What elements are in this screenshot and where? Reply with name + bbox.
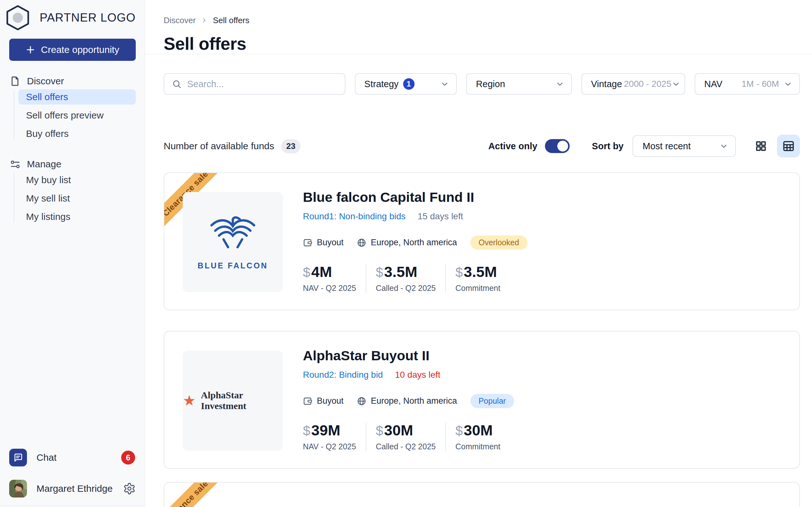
breadcrumb: Discover Sell offers: [164, 14, 800, 26]
chevron-down-icon: [719, 142, 728, 151]
fund-logo-tile: ★ AlphaStar Investment: [183, 350, 283, 451]
sidebar-item-sell-offers[interactable]: Sell offers: [18, 89, 136, 105]
stat-label: NAV - Q2 2025: [303, 284, 356, 293]
stat-value: $39M: [303, 423, 356, 438]
funds-count-block: Number of available funds 23: [164, 139, 300, 153]
fund-title[interactable]: AlphaStar Buyout II: [303, 348, 786, 363]
search-icon: [172, 79, 182, 89]
strategy-filter[interactable]: Strategy 1: [355, 73, 457, 95]
days-left: 10 days left: [395, 370, 440, 380]
strategy-tag-label: Buyout: [317, 396, 344, 406]
nav-header-label: Manage: [27, 159, 61, 170]
stat-label: Commitment: [455, 284, 501, 293]
search-input[interactable]: [187, 78, 337, 90]
sidebar-nav: Discover Sell offers Sell offers preview…: [9, 73, 136, 228]
stat-commitment: $30M Commitment: [445, 423, 510, 451]
stat-label: Called - Q2 2025: [376, 442, 436, 451]
currency-symbol: $: [376, 266, 383, 279]
fund-card-partial[interactable]: Clearance sale: [164, 482, 800, 507]
avatar: [9, 480, 27, 498]
fund-title[interactable]: Blue falcon Capital Fund II: [303, 189, 786, 205]
stat-label: NAV - Q2 2025: [303, 442, 356, 451]
grid-view-button[interactable]: [753, 138, 769, 154]
chat-unread-badge: 6: [121, 451, 135, 464]
region-tag-label: Europe, North america: [371, 396, 457, 406]
plus-icon: [26, 45, 35, 55]
stat-commitment: $3.5M Commitment: [445, 264, 510, 293]
page-header: Discover Sell offers Sell offers: [145, 0, 812, 54]
stat-value: $3.5M: [455, 264, 501, 279]
vintage-filter-value: 2000 - 2025: [624, 79, 671, 89]
sidebar-bottom: Chat 6 Margaret Ethridge: [9, 449, 136, 507]
stat-label: Commitment: [455, 442, 501, 451]
breadcrumb-discover[interactable]: Discover: [164, 15, 196, 25]
nav-header-discover: Discover: [9, 73, 136, 89]
fund-logo-text: BLUE FALCON: [198, 261, 268, 270]
sidebar-item-label: Buy offers: [26, 128, 69, 139]
active-only-label: Active only: [488, 141, 537, 152]
active-only-toggle[interactable]: [545, 139, 570, 153]
create-opportunity-button[interactable]: Create opportunity: [9, 39, 136, 61]
currency-symbol: $: [303, 424, 310, 438]
status-badge: Overlooked: [470, 235, 527, 250]
stat-number: 3.5M: [384, 264, 417, 279]
round-link[interactable]: Round1: Non-binding bids: [303, 211, 406, 222]
wallet-icon: [303, 238, 312, 247]
nav-section-manage: Manage My buy list My sell list My listi…: [9, 157, 136, 224]
region-tag-label: Europe, North america: [371, 238, 457, 247]
sort-select-value: Most recent: [643, 141, 691, 152]
chat-button[interactable]: Chat 6: [9, 449, 136, 466]
globe-icon: [357, 396, 366, 406]
nav-header-manage: Manage: [9, 157, 136, 172]
round-row: Round2: Binding bid 10 days left: [303, 370, 786, 380]
toolbar-right: Active only Sort by Most recent: [488, 135, 800, 158]
table-view-button[interactable]: [777, 135, 800, 158]
stats-row: $39M NAV - Q2 2025 $30M Called - Q2 2025…: [303, 423, 786, 451]
sort-by-label: Sort by: [592, 141, 623, 152]
table-view-icon: [782, 139, 795, 153]
sidebar-item-my-listings[interactable]: My listings: [18, 209, 136, 224]
stat-nav: $39M NAV - Q2 2025: [303, 423, 366, 451]
chevron-right-icon: [201, 17, 208, 24]
sidebar-item-label: My sell list: [26, 193, 70, 204]
fund-card-alphastar[interactable]: ★ AlphaStar Investment AlphaStar Buyout …: [164, 331, 800, 469]
star-icon: ★: [183, 393, 196, 408]
stat-value: $4M: [303, 264, 356, 279]
stat-number: 3.5M: [464, 264, 497, 279]
sell-offers-page: PARTNER LOGO Create opportunity Discover…: [0, 0, 812, 507]
strategy-tag: Buyout: [303, 238, 344, 247]
region-tag: Europe, North america: [357, 238, 457, 247]
sliders-icon: [10, 159, 20, 170]
nav-filter[interactable]: NAV 1M - 60M: [695, 73, 800, 95]
stat-value: $3.5M: [376, 264, 436, 279]
round-row: Round1: Non-binding bids 15 days left: [303, 211, 786, 222]
region-filter[interactable]: Region: [466, 73, 572, 95]
strategy-filter-label: Strategy: [364, 79, 399, 89]
vintage-filter[interactable]: Vintage 2000 - 2025: [581, 73, 685, 95]
round-link[interactable]: Round2: Binding bid: [303, 370, 383, 380]
results-toolbar: Number of available funds 23 Active only…: [164, 135, 800, 158]
stat-number: 30M: [464, 423, 493, 438]
sidebar-item-buy-offers[interactable]: Buy offers: [18, 126, 136, 141]
currency-symbol: $: [303, 266, 310, 279]
main-content: Discover Sell offers Sell offers Strateg…: [145, 0, 812, 507]
gear-icon[interactable]: [123, 482, 136, 495]
stat-label: Called - Q2 2025: [376, 284, 436, 293]
sidebar-item-sell-offers-preview[interactable]: Sell offers preview: [18, 108, 136, 123]
vintage-filter-label: Vintage: [591, 79, 622, 89]
sidebar-item-label: My listings: [26, 211, 70, 222]
stat-called: $3.5M Called - Q2 2025: [366, 264, 445, 293]
funds-count-label: Number of available funds: [164, 141, 274, 152]
sort-select[interactable]: Most recent: [632, 135, 736, 157]
stats-row: $4M NAV - Q2 2025 $3.5M Called - Q2 2025…: [303, 264, 786, 293]
sidebar: PARTNER LOGO Create opportunity Discover…: [0, 0, 145, 507]
user-profile[interactable]: Margaret Ethridge: [9, 480, 136, 498]
partner-logo-text: PARTNER LOGO: [40, 11, 136, 24]
user-name: Margaret Ethridge: [37, 483, 113, 494]
sidebar-item-my-buy-list[interactable]: My buy list: [18, 172, 136, 187]
sidebar-item-my-sell-list[interactable]: My sell list: [18, 191, 136, 206]
fund-card-blue-falcon[interactable]: Clearance sale BLUE FALCON Blue falcon C: [164, 172, 800, 310]
blue-falcon-logo-icon: [209, 214, 257, 250]
partner-logo: PARTNER LOGO: [4, 4, 136, 32]
strategy-tag: Buyout: [303, 396, 344, 406]
